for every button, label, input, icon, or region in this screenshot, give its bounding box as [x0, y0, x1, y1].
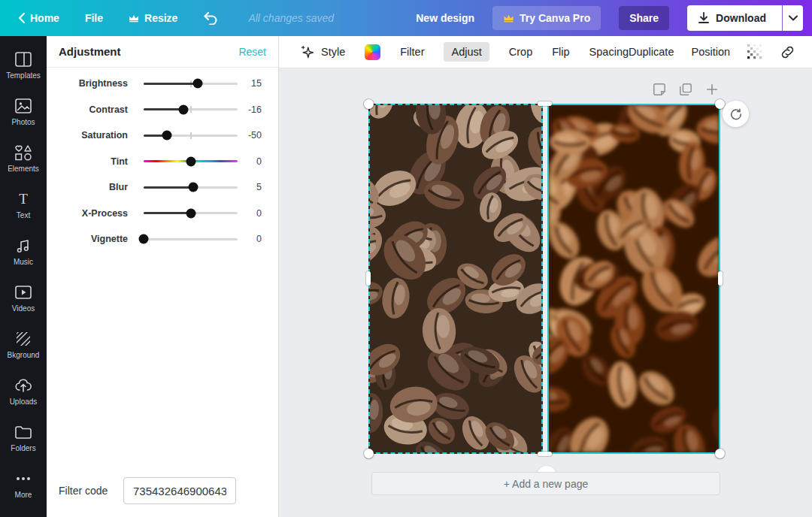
sidebar-label: Uploads — [10, 398, 38, 406]
home-button[interactable]: Home — [18, 12, 59, 24]
sidebar-label: Videos — [12, 304, 35, 313]
transparency-button[interactable] — [747, 44, 762, 59]
sidebar-item-more[interactable]: More — [0, 461, 47, 508]
background-icon — [16, 331, 31, 347]
save-status-text: All changes saved — [248, 12, 334, 24]
add-page-label: + Add a new page — [504, 478, 589, 490]
slider-fill — [144, 212, 191, 214]
slider-handle-x-process[interactable] — [186, 208, 195, 218]
filter-preview-swatch[interactable] — [365, 44, 380, 60]
handle-bottom-right[interactable] — [715, 449, 725, 458]
slider-value: 0 — [238, 156, 262, 167]
adjust-label: Adjust — [451, 46, 481, 58]
slider-track-blur[interactable] — [144, 186, 238, 189]
slider-handle-contrast[interactable] — [178, 104, 188, 114]
position-button[interactable]: Position — [691, 46, 730, 58]
sidebar-item-elements[interactable]: Elements — [0, 135, 47, 182]
handle-right-center[interactable] — [718, 271, 723, 286]
filter-button[interactable]: Filter — [400, 46, 424, 58]
share-button[interactable]: Share — [619, 6, 669, 30]
adjustment-panel: Adjustment Reset Brightness15Contrast-16… — [47, 36, 279, 517]
handle-top-center[interactable] — [538, 101, 552, 106]
videos-icon — [15, 284, 32, 301]
notes-button[interactable] — [653, 83, 666, 96]
try-canva-pro-button[interactable]: Try Canva Pro — [492, 6, 601, 30]
share-label: Share — [629, 12, 659, 24]
flip-label: Flip — [552, 46, 569, 58]
handle-bottom-center[interactable] — [538, 452, 552, 456]
sidebar-label: Folders — [11, 444, 35, 452]
handle-top-left[interactable] — [364, 99, 374, 109]
slider-handle-tint[interactable] — [186, 156, 195, 166]
adjust-button[interactable]: Adjust — [444, 42, 489, 62]
sidebar-item-folders[interactable]: Folders — [0, 415, 47, 461]
slider-handle-vignette[interactable] — [139, 234, 149, 244]
filter-label: Filter — [400, 46, 424, 58]
file-label: File — [85, 12, 103, 24]
slider-track-saturation[interactable] — [144, 135, 238, 137]
handle-bottom-left[interactable] — [364, 449, 374, 458]
download-label: Download — [716, 12, 766, 24]
add-new-page-button[interactable]: + Add a new page — [371, 472, 720, 495]
page-actions — [653, 83, 719, 96]
chevron-down-icon — [789, 15, 798, 21]
sidebar-item-background[interactable]: Bkground — [0, 322, 47, 368]
rotate-handle-button[interactable] — [723, 101, 749, 127]
slider-track-brightness[interactable] — [144, 83, 238, 85]
slider-handle-saturation[interactable] — [162, 131, 172, 141]
sidebar-item-photos[interactable]: Photos — [0, 89, 47, 135]
svg-text:T: T — [19, 192, 28, 207]
slider-row-vignette: Vignette0 — [47, 226, 278, 252]
style-button[interactable]: Style — [300, 44, 345, 59]
photos-icon — [15, 98, 32, 114]
flip-button[interactable]: Flip — [552, 46, 569, 58]
sidebar-item-videos[interactable]: Videos — [0, 275, 47, 322]
crop-button[interactable]: Crop — [509, 46, 532, 58]
photo-left-adjusted[interactable] — [368, 104, 543, 454]
undo-icon — [203, 11, 218, 25]
resize-button[interactable]: Resize — [129, 12, 177, 24]
sidebar-item-templates[interactable]: Templates — [0, 42, 47, 89]
slider-track-vignette[interactable] — [144, 238, 238, 240]
handle-left-center[interactable] — [366, 271, 371, 286]
sidebar-label: Music — [14, 258, 33, 266]
home-label: Home — [30, 12, 59, 24]
sidebar-item-text[interactable]: T Text — [0, 182, 47, 228]
sidebar-item-uploads[interactable]: Uploads — [0, 368, 47, 415]
canva-editor-app: Home File Resize All changes saved New d… — [0, 0, 812, 517]
slider-track-x-process[interactable] — [144, 212, 238, 214]
slider-handle-brightness[interactable] — [192, 79, 202, 89]
link-button[interactable] — [780, 44, 795, 60]
try-pro-label: Try Canva Pro — [520, 12, 590, 24]
slider-row-blur: Blur5 — [47, 174, 278, 201]
slider-handle-blur[interactable] — [188, 183, 198, 192]
new-design-button[interactable]: New design — [416, 12, 474, 24]
undo-button[interactable] — [203, 11, 218, 25]
file-menu[interactable]: File — [85, 12, 103, 24]
photo-right-original[interactable] — [547, 104, 720, 454]
design-page[interactable] — [368, 104, 720, 454]
download-main[interactable]: Download — [687, 5, 777, 31]
add-page-icon-button[interactable] — [705, 83, 719, 96]
slider-row-tint: Tint0 — [47, 149, 278, 175]
filter-code-label: Filter code — [59, 485, 123, 497]
duplicate-page-button[interactable] — [679, 83, 692, 96]
download-options-button[interactable] — [782, 5, 803, 31]
spacing-button[interactable]: Spacing — [589, 46, 629, 58]
sidebar-label: More — [15, 491, 32, 499]
slider-label: Vignette — [59, 234, 144, 244]
slider-value: 5 — [238, 182, 262, 192]
slider-center-tick — [190, 106, 192, 113]
duplicate-button[interactable]: Duplicate — [629, 46, 674, 58]
slider-row-brightness: Brightness15 — [47, 71, 278, 97]
slider-track-contrast[interactable] — [144, 108, 238, 110]
crown-icon — [129, 14, 139, 23]
slider-value: 0 — [238, 234, 262, 244]
slider-track-tint[interactable] — [144, 160, 238, 162]
link-icon — [780, 44, 795, 60]
filter-code-input[interactable] — [123, 477, 236, 504]
elements-icon — [14, 144, 32, 161]
sidebar-item-music[interactable]: Music — [0, 228, 47, 275]
reset-button[interactable]: Reset — [238, 46, 266, 58]
download-button[interactable]: Download — [687, 5, 803, 31]
